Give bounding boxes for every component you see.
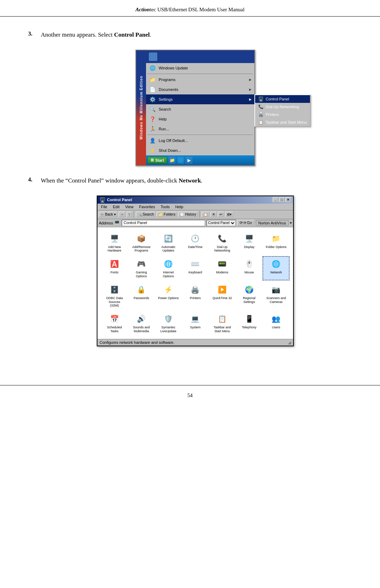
cp-icon-users[interactable]: 👥 Users	[263, 312, 289, 335]
cp-back-button[interactable]: ← Back ▾	[99, 212, 118, 217]
cp-icon-telephony[interactable]: 📱 Telephony	[236, 312, 262, 335]
mouse-label: Mouse	[245, 271, 254, 274]
cp-history-button[interactable]: 🕐 History	[178, 212, 198, 217]
cp-menu-view[interactable]: View	[123, 204, 136, 209]
telephony-icon: 📱	[243, 313, 255, 324]
cp-forward-button[interactable]: →	[119, 212, 126, 217]
cp-antivirus-arrow[interactable]: ▾	[290, 221, 292, 225]
cp-icon-modems[interactable]: 📟 Modems	[209, 257, 235, 280]
cp-undo-button[interactable]: ↩	[218, 212, 224, 217]
menu-item-documents[interactable]: 📄 Documents ▶	[146, 85, 254, 94]
windows-update-icon: 🌐	[149, 64, 156, 72]
windows-sidebar: Windows Me Millennium Edition	[136, 50, 146, 165]
cp-icon-datetime[interactable]: 🕐 Date/Time	[183, 231, 208, 254]
settings-submenu: 🖥️ Control Panel 📞 Dial-Up Networking 🖨️	[254, 94, 311, 127]
cp-icon-printers[interactable]: 🖨️ Printers	[183, 283, 208, 309]
fonts-label: Fonts	[110, 271, 119, 274]
cp-delete-button[interactable]: ✕	[210, 212, 217, 217]
cp-up-button[interactable]: ↑	[127, 212, 132, 217]
cp-address-label: Address	[99, 221, 113, 225]
cp-menu-favorites[interactable]: Favorites	[137, 204, 157, 209]
scanners-icon: 📷	[271, 284, 282, 295]
step-3-text: Another menu appears. Select Control Pan…	[41, 31, 151, 39]
taskbar-icon-2[interactable]: 🌐	[177, 157, 184, 164]
passwords-label: Passwords	[134, 296, 149, 300]
gaming-label: GamingOptions	[136, 271, 147, 278]
cp-icon-add-hardware[interactable]: 🖥️ Add NewHardware	[102, 231, 127, 254]
cp-search-button[interactable]: 🔍 Search	[136, 212, 156, 217]
cp-close-button[interactable]: ✕	[285, 197, 291, 202]
cp-icon-folder-options[interactable]: 📁 Folder Options	[263, 231, 289, 254]
taskbar-icon-1[interactable]: 📁	[169, 157, 176, 164]
cp-icon-passwords[interactable]: 🔒 Passwords	[129, 283, 154, 309]
cp-icon-gaming[interactable]: 🎮 GamingOptions	[129, 257, 154, 280]
cp-icon-regional[interactable]: 🌍 RegionalSettings	[236, 283, 262, 309]
cp-icon-internet[interactable]: 🌐 InternetOptions	[156, 257, 181, 280]
cp-resize-handle[interactable]: ◢	[288, 340, 291, 345]
cp-views-button[interactable]: ⊞▾	[225, 212, 233, 217]
logoff-icon: 👤	[149, 137, 156, 144]
quicktime-icon: ▶️	[217, 284, 228, 295]
cp-icon-power[interactable]: ⚡ Power Options	[156, 283, 181, 309]
cp-menu-file[interactable]: File	[99, 204, 109, 209]
menu-item-settings[interactable]: ⚙️ Settings ▶ 🖥️ Control Panel 📞	[146, 94, 254, 104]
start-button[interactable]: ⊞ Start	[147, 157, 167, 163]
internet-icon: 🌐	[163, 258, 174, 270]
datetime-icon: 🕐	[190, 233, 201, 244]
cp-icon-taskbar[interactable]: 📋 Taskbar andStart Menu	[209, 312, 235, 335]
symantec-icon: 🛡️	[163, 313, 174, 324]
cp-menu-help[interactable]: Help	[173, 204, 185, 209]
dialup-label: Dial-UpNetworking	[214, 245, 230, 253]
menu-item-shutdown[interactable]: ⚡ Shut Down...	[146, 146, 254, 155]
cp-icon-add-remove[interactable]: 📦 Add/RemovePrograms	[129, 231, 154, 254]
cp-icons-grid: 🖥️ Add NewHardware 📦 Add/RemovePrograms …	[102, 231, 289, 335]
display-icon: 🖥️	[243, 233, 255, 244]
menu-item-run[interactable]: 🏃 Run...	[146, 124, 254, 134]
cp-icon-fonts[interactable]: 🅰️ Fonts	[102, 257, 127, 280]
search-icon: 🔍	[149, 106, 156, 113]
menu-item-search[interactable]: 🔍 Search	[146, 104, 254, 114]
submenu-control-panel[interactable]: 🖥️ Control Panel	[255, 95, 310, 103]
cp-menubar: File Edit View Favorites Tools Help	[97, 204, 293, 210]
cp-icon-symantec[interactable]: 🛡️ SymantecLiveUpdate	[156, 312, 181, 335]
submenu-printers[interactable]: 🖨️ Printers	[255, 111, 310, 118]
cp-address-input[interactable]: Control Panel	[122, 220, 205, 226]
cp-icon-system[interactable]: 💻 System	[183, 312, 208, 335]
taskbar-icon-3[interactable]: ▶	[185, 157, 192, 164]
add-hardware-icon: 🖥️	[109, 233, 120, 244]
cp-maximize-button[interactable]: □	[279, 197, 285, 202]
add-remove-label: Add/RemovePrograms	[132, 245, 151, 253]
cp-folders-button[interactable]: 📁 Folders	[157, 212, 177, 217]
cp-menu-tools[interactable]: Tools	[159, 204, 172, 209]
submenu-dialup[interactable]: 📞 Dial-Up Networking	[255, 103, 310, 111]
menu-item-logoff[interactable]: 👤 Log Off Default...	[146, 136, 254, 146]
taskbar-cp-label: Taskbar andStart Menu	[214, 326, 231, 333]
odbc-label: ODBC DataSources (32bit)	[104, 296, 125, 308]
cp-minimize-button[interactable]: _	[273, 197, 278, 202]
cp-icon-quicktime[interactable]: ▶️ QuickTime 32	[209, 283, 235, 309]
menu-item-windows-update[interactable]: 🌐 Windows Update	[146, 63, 254, 73]
help-icon: ❓	[149, 116, 156, 123]
cp-icon-mouse[interactable]: 🖱️ Mouse	[236, 257, 262, 280]
cp-icon-sounds[interactable]: 🔊 Sounds andMultimedia	[129, 312, 154, 335]
cp-address-dropdown[interactable]: Control Panel	[207, 220, 236, 226]
menu-item-help[interactable]: ❓ Help	[146, 114, 254, 124]
cp-icon-display[interactable]: 🖥️ Display	[236, 231, 262, 254]
step-3-number: 3.	[28, 31, 37, 37]
cp-antivirus-button[interactable]: Norton AntiVirus	[256, 220, 289, 226]
cp-copy-button[interactable]: 📋	[202, 212, 209, 217]
cp-menu-edit[interactable]: Edit	[111, 204, 122, 209]
cp-icon-autoupdate[interactable]: 🔄 AutomaticUpdates	[156, 231, 181, 254]
cp-icon-odbc[interactable]: 🗄️ ODBC DataSources (32bit)	[102, 283, 127, 309]
submenu-taskbar[interactable]: 📋 Taskbar and Start Menu	[255, 118, 310, 126]
cp-icon-dialup[interactable]: 📞 Dial-UpNetworking	[209, 231, 235, 254]
network-label: Network	[270, 271, 282, 274]
cp-icon-scanners[interactable]: 📷 Scanners andCameras	[263, 283, 289, 309]
cp-icon-network[interactable]: 🌐 Network	[263, 257, 289, 280]
step-4-text: When the “Control Panel” window appears,…	[41, 177, 202, 185]
cp-content-area: 🖥️ Add NewHardware 📦 Add/RemovePrograms …	[97, 227, 293, 339]
menu-item-programs[interactable]: 📁 Programs ▶	[146, 75, 254, 85]
cp-icon-scheduled[interactable]: 📅 ScheduledTasks	[102, 312, 127, 335]
cp-icon-keyboard[interactable]: ⌨️ Keyboard	[183, 257, 208, 280]
cp-go-button[interactable]: ⟳ ⟳ Go	[237, 220, 254, 226]
